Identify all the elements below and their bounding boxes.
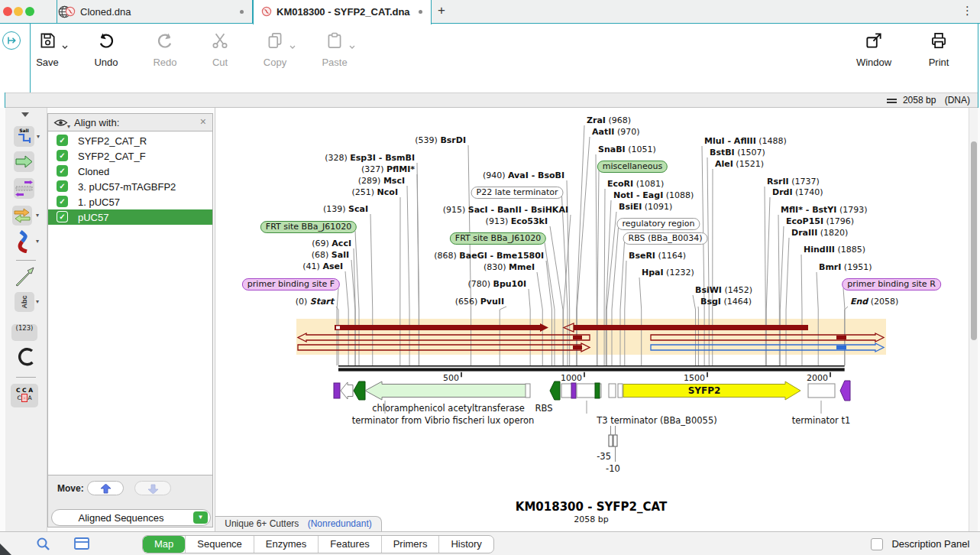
enzyme-label[interactable]: (41) AseI [302, 261, 343, 271]
checkbox-icon[interactable] [871, 538, 883, 550]
enzyme-label[interactable]: BstBI (1507) [710, 148, 765, 157]
move-up-button[interactable] [87, 481, 124, 495]
checkbox-icon[interactable]: ✓ [57, 150, 68, 161]
minimize-traffic-light[interactable] [14, 7, 23, 16]
enzyme-label[interactable]: (68) SalI [312, 250, 349, 260]
resize-corner[interactable] [0, 544, 11, 555]
gc-content-button[interactable] [16, 230, 34, 253]
scrollbar-thumb[interactable] [971, 141, 977, 340]
tab-km018300[interactable]: KM018300 - SYFP2_CAT.dna [253, 0, 432, 24]
align-list-item[interactable]: ✓3. pUC57-mTAGBFP2 [48, 179, 212, 194]
chevron-down-icon[interactable]: ▾ [36, 212, 39, 219]
enzyme-label[interactable]: EcoP15I (1796) [786, 216, 854, 226]
enzyme-label[interactable]: (868) BaeGI - Bme1580I [434, 251, 544, 261]
undo-button[interactable]: Undo [82, 31, 130, 68]
overflow-menu-button[interactable]: ⋮ [962, 4, 973, 18]
checkbox-icon[interactable]: ✓ [57, 165, 68, 177]
tab-map[interactable]: Map [143, 536, 185, 553]
feature-label-box[interactable]: primer binding site R [842, 278, 941, 290]
enzyme-label[interactable]: (940) AvaI - BsoBI [483, 170, 564, 180]
enzyme-label[interactable]: BmrI (1951) [819, 262, 872, 272]
enzyme-label[interactable]: (289) MscI [358, 176, 405, 186]
mismatch-button[interactable]: C C A C-A [11, 384, 38, 407]
new-tab-button[interactable]: + [438, 3, 445, 18]
enzyme-label[interactable]: (0) Start [296, 297, 334, 307]
enzyme-label[interactable]: ZraI (968) [587, 115, 631, 125]
align-list-item[interactable]: ✓SYFP2_CAT_R [48, 133, 212, 148]
feature-label-box[interactable]: primer binding site F [242, 278, 340, 290]
enzyme-label[interactable]: BsiWI (1452) [695, 285, 752, 295]
enzyme-label[interactable]: BsiEI (1091) [619, 202, 672, 212]
align-list-item[interactable]: ✓SYFP2_CAT_F [48, 148, 212, 164]
tab-history[interactable]: History [438, 536, 493, 553]
enzyme-label[interactable]: (539) BsrDI [415, 135, 466, 145]
collapse-side-toolbar-button[interactable] [2, 31, 21, 50]
checkbox-icon[interactable]: ✓ [57, 180, 68, 192]
tab-sequence[interactable]: Sequence [185, 536, 254, 553]
enzyme-label[interactable]: EcoRI (1081) [607, 179, 664, 189]
enzyme-label[interactable]: NotI - EagI (1088) [613, 190, 694, 200]
enzyme-label[interactable]: (328) Esp3I - BsmBI [325, 153, 415, 163]
numbering-button[interactable]: (123) [11, 324, 37, 341]
enzyme-label[interactable]: BsgI (1464) [700, 297, 752, 307]
enzyme-label[interactable]: MluI - AflIII (1488) [704, 136, 787, 146]
enzyme-label[interactable]: MflI* - BstYI (1793) [781, 205, 868, 215]
feature-label-box[interactable]: miscellaneous [597, 161, 668, 173]
search-icon[interactable] [36, 537, 50, 554]
enzyme-label[interactable]: (251) NcoI [352, 187, 398, 197]
enzyme-label[interactable]: (913) Eco53kI [486, 216, 548, 226]
align-list-item[interactable]: ✓1. pUC57 [48, 194, 212, 209]
redo-button[interactable]: Redo [141, 31, 189, 68]
enzyme-label[interactable]: HpaI (1232) [642, 268, 694, 278]
circular-toggle-button[interactable] [17, 347, 36, 370]
window-button[interactable]: Window [850, 31, 898, 68]
align-list-item[interactable]: ✓Cloned [48, 164, 212, 179]
align-list-item[interactable]: ✓pUC57 [48, 209, 212, 225]
enzyme-label[interactable]: End (2058) [850, 297, 898, 307]
draw-primer-button[interactable] [14, 265, 37, 291]
eye-icon[interactable] [53, 117, 68, 131]
checkbox-icon[interactable]: ✓ [57, 211, 68, 222]
feature-label-box[interactable]: regulatory region [616, 218, 700, 230]
dropdown-chevron-button[interactable]: ▾ [193, 511, 208, 524]
enzyme-label[interactable]: AatII (970) [592, 127, 639, 137]
tab-enzymes[interactable]: Enzymes [254, 536, 318, 553]
collapse-arrow-icon[interactable] [21, 112, 29, 117]
tab-primers[interactable]: Primers [381, 536, 439, 553]
chevron-down-icon[interactable] [62, 38, 68, 52]
chevron-down-icon[interactable]: ▾ [67, 123, 70, 130]
print-button[interactable]: Print [915, 31, 962, 68]
enzyme-label[interactable]: (139) ScaI [323, 204, 368, 214]
enzyme-label[interactable]: (830) MmeI [484, 262, 535, 272]
enzyme-label[interactable]: HindIII (1885) [804, 245, 865, 255]
feature-label-box[interactable]: P22 late terminator [471, 187, 564, 199]
enzyme-label[interactable]: SnaBI (1051) [598, 144, 656, 154]
cut-button[interactable]: Cut [196, 31, 244, 68]
checkbox-icon[interactable]: ✓ [57, 135, 68, 146]
enzyme-label[interactable]: (69) AccI [312, 239, 351, 248]
enzyme-label[interactable]: (780) Bpu10I [467, 279, 526, 289]
move-down-button[interactable] [134, 481, 171, 495]
enzyme-label[interactable]: (656) PvuII [455, 297, 504, 307]
feature-label-box[interactable]: FRT site BBa_J61020 [450, 232, 546, 245]
enzyme-label[interactable]: (915) SacI - BanII - BsiHKAI [443, 205, 568, 215]
enzyme-label[interactable]: AleI (1521) [715, 159, 764, 169]
zoom-traffic-light[interactable] [25, 7, 34, 16]
copy-button[interactable]: Copy [251, 31, 299, 68]
enzyme-label[interactable]: DrdI (1740) [772, 187, 823, 197]
translations-button[interactable] [12, 206, 32, 226]
enzyme-label[interactable]: BseRI (1164) [629, 251, 686, 261]
enzyme-label[interactable]: (327) PflMI* [361, 164, 415, 174]
tab-features[interactable]: Features [318, 536, 380, 553]
feature-label-box[interactable]: RBS (BBa_B0034) [623, 232, 708, 245]
split-view-icon[interactable] [74, 537, 89, 553]
enzyme-label[interactable]: RsrII (1737) [767, 177, 820, 187]
map-scrollbar[interactable] [969, 108, 978, 531]
save-button[interactable]: Save [24, 31, 71, 68]
chevron-down-icon[interactable]: ▾ [37, 133, 40, 140]
feature-label-box[interactable]: FRT site BBa_J61020 [260, 221, 357, 233]
enzyme-label[interactable]: DraIII (1820) [791, 228, 848, 238]
description-panel-toggle[interactable]: Description Panel [871, 537, 969, 550]
checkbox-icon[interactable]: ✓ [57, 196, 68, 207]
enzyme-sites-button[interactable]: SalI [14, 126, 34, 147]
